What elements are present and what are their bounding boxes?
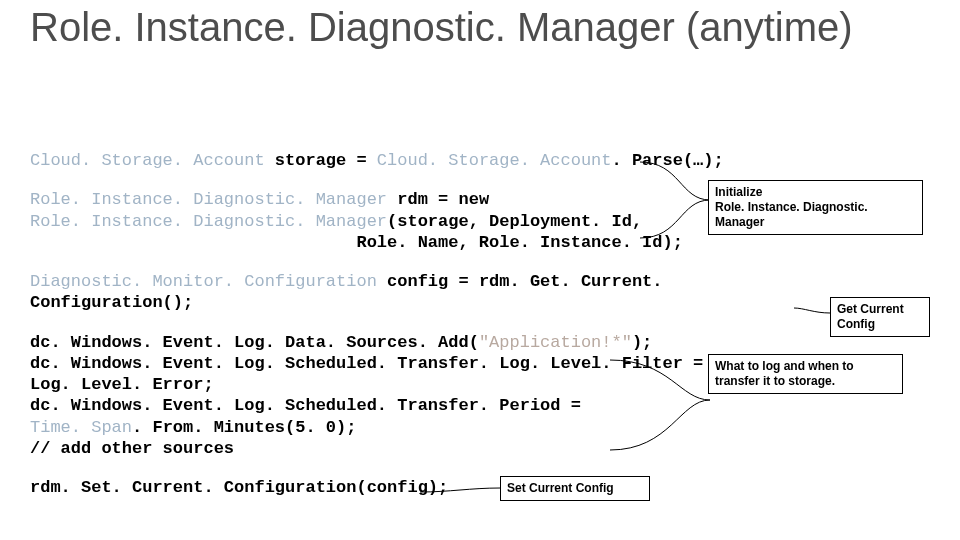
code-string: "Application!*" [479,333,632,352]
code-type: Role. Instance. Diagnostic. Manager [30,212,387,231]
slide: Role. Instance. Diagnostic. Manager (any… [0,0,960,540]
code-text: dc. Windows. Event. Log. Data. Sources. … [30,333,479,352]
code-block-5: rdm. Set. Current. Configuration(config)… [30,477,790,498]
callout-get-config: Get Current Config [830,297,930,337]
code-type: Diagnostic. Monitor. Configuration [30,272,377,291]
code-type: Role. Instance. Diagnostic. Manager [30,190,387,209]
code-area: Cloud. Storage. Account storage = Cloud.… [30,150,790,516]
code-block-1: Cloud. Storage. Account storage = Cloud.… [30,150,790,171]
connector-2 [794,290,834,330]
code-block-2: Role. Instance. Diagnostic. Manager rdm … [30,189,790,253]
code-text: . Parse(…); [612,151,724,170]
code-text: rdm. Set. Current. Configuration(config)… [30,478,448,497]
callout-set-config: Set Current Config [500,476,650,501]
code-type: Cloud. Storage. Account [377,151,612,170]
callout-what-to-log: What to log and when to transfer it to s… [708,354,903,394]
code-text: rdm = new [387,190,489,209]
code-block-3: Diagnostic. Monitor. Configuration confi… [30,271,790,314]
code-text: Role. Name, Role. Instance. Id); [30,233,683,252]
callout-initialize: Initialize Role. Instance. Diagnostic. M… [708,180,923,235]
slide-title: Role. Instance. Diagnostic. Manager (any… [30,5,853,50]
code-type: Time. Span [30,418,132,437]
code-text: storage = [265,151,377,170]
code-block-4: dc. Windows. Event. Log. Data. Sources. … [30,332,790,460]
code-text: (storage, Deployment. Id, [387,212,642,231]
code-type: Cloud. Storage. Account [30,151,265,170]
